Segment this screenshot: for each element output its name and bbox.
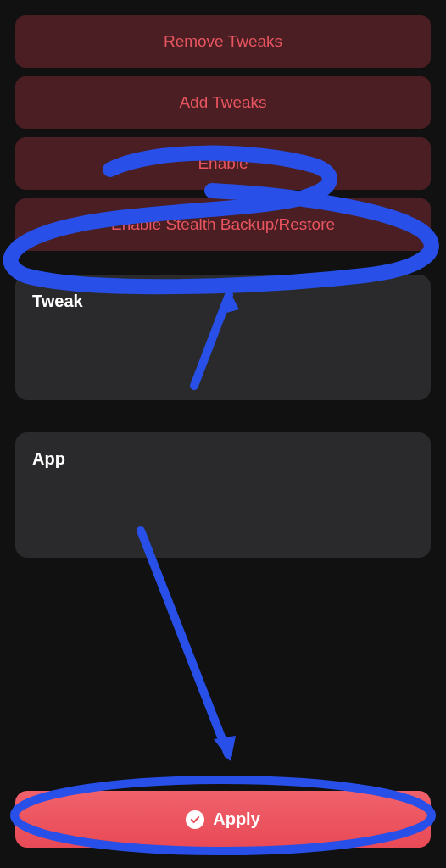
apply-button[interactable]: Apply	[15, 791, 431, 848]
app-section[interactable]: App	[15, 432, 431, 558]
check-circle-icon	[186, 810, 204, 829]
apply-button-label: Apply	[213, 810, 260, 829]
spacer	[15, 566, 431, 782]
add-tweaks-button[interactable]: Add Tweaks	[15, 76, 431, 129]
main-container: Remove Tweaks Add Tweaks Enable Enable S…	[0, 0, 446, 868]
app-section-title: App	[32, 449, 414, 469]
remove-tweaks-button[interactable]: Remove Tweaks	[15, 15, 431, 68]
enable-hidden-button[interactable]: Enable	[15, 137, 431, 190]
enable-stealth-backup-button[interactable]: Enable Stealth Backup/Restore	[15, 198, 431, 251]
tweak-section-title: Tweak	[32, 292, 414, 311]
tweak-section[interactable]: Tweak	[15, 275, 431, 400]
